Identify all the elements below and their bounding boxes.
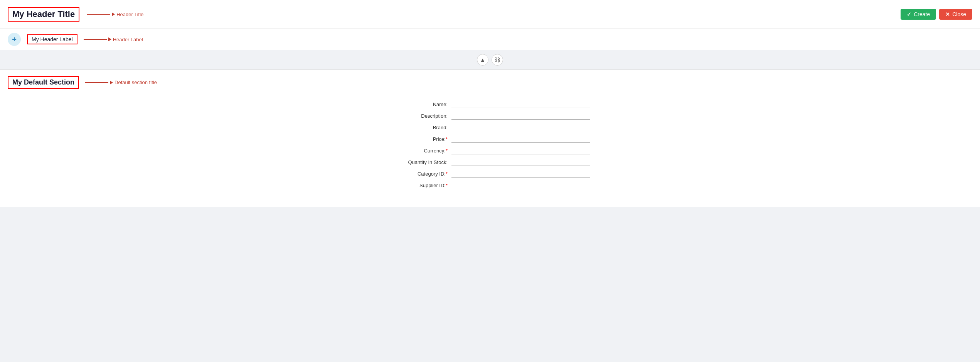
form-input-categoryid[interactable]: [451, 170, 590, 178]
form-row: Price:*: [390, 135, 590, 143]
section-area: My Default Section Default section title…: [0, 69, 980, 207]
header-title: My Header Title: [8, 7, 79, 22]
form-label: Brand:: [390, 125, 451, 130]
section-title: My Default Section: [8, 76, 79, 89]
arrow-head: [112, 12, 115, 16]
form-label: Quantity In Stock:: [390, 159, 451, 165]
arrow-line-segment: [87, 14, 110, 15]
close-label: Close: [952, 11, 966, 17]
header-label-annotation: Header Label: [113, 37, 143, 42]
form-row: Brand:: [390, 123, 590, 131]
form-input-price[interactable]: [451, 135, 590, 143]
top-bar-right: ✓ Create ✕ Close: [901, 9, 972, 20]
create-label: Create: [914, 11, 930, 17]
divider-area: ▲ ⛓: [0, 50, 980, 69]
create-check-icon: ✓: [907, 11, 911, 17]
form-input-currency[interactable]: [451, 147, 590, 154]
form-input-quantityinstock[interactable]: [451, 158, 590, 166]
collapse-button[interactable]: ▲: [477, 54, 488, 66]
add-header-button[interactable]: +: [8, 33, 21, 46]
link-button[interactable]: ⛓: [492, 54, 503, 66]
section-title-arrow: Default section title: [85, 80, 157, 85]
create-button[interactable]: ✓ Create: [901, 9, 936, 20]
required-star: *: [446, 183, 448, 188]
close-x-icon: ✕: [945, 11, 950, 17]
form-row: Name:: [390, 100, 590, 108]
close-button[interactable]: ✕ Close: [939, 9, 972, 20]
form-label: Currency:*: [390, 148, 451, 154]
form-label: Price:*: [390, 136, 451, 142]
header-label: My Header Label: [27, 34, 77, 44]
form-row: Currency:*: [390, 147, 590, 154]
form-area: Name:Description:Brand:Price:*Currency:*…: [8, 96, 972, 201]
form-label: Supplier ID:*: [390, 183, 451, 188]
arrow-line-segment: [85, 82, 108, 83]
header-label-arrow: Header Label: [84, 37, 143, 42]
required-star: *: [446, 136, 448, 142]
header-title-annotation: Header Title: [116, 12, 143, 17]
section-title-annotation: Default section title: [115, 80, 157, 85]
form-row: Quantity In Stock:: [390, 158, 590, 166]
form-input-brand[interactable]: [451, 123, 590, 131]
top-bar-left: My Header Title Header Title: [8, 7, 143, 22]
arrow-head: [108, 37, 111, 41]
form-label: Name:: [390, 101, 451, 107]
section-header: My Default Section Default section title: [8, 76, 972, 89]
arrow-line-segment: [84, 39, 107, 40]
form-row: Category ID:*: [390, 170, 590, 178]
form-input-description[interactable]: [451, 112, 590, 120]
form-label: Category ID:*: [390, 171, 451, 177]
form-row: Supplier ID:*: [390, 181, 590, 189]
sub-bar: + My Header Label Header Label: [0, 29, 980, 50]
header-title-arrow: Header Title: [87, 12, 143, 17]
form-label: Description:: [390, 113, 451, 119]
required-star: *: [446, 148, 448, 154]
top-bar: My Header Title Header Title ✓ Create ✕ …: [0, 0, 980, 29]
required-star: *: [446, 171, 448, 177]
arrow-head: [110, 81, 113, 85]
form-row: Description:: [390, 112, 590, 120]
form-inner: Name:Description:Brand:Price:*Currency:*…: [390, 100, 590, 193]
form-input-name[interactable]: [451, 100, 590, 108]
form-input-supplierid[interactable]: [451, 181, 590, 189]
